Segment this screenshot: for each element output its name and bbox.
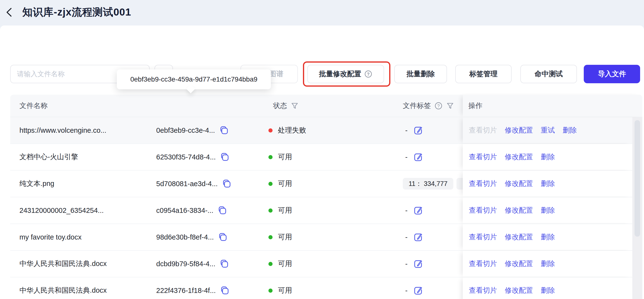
file-id-tooltip: 0ebf3eb9-cc3e-459a-9d77-e1d1c794bba9 xyxy=(117,69,271,89)
search-input[interactable] xyxy=(11,70,134,78)
file-tags-cell: - xyxy=(403,144,463,170)
copy-icon[interactable] xyxy=(220,286,229,295)
file-tags-cell: - xyxy=(403,197,463,224)
batch-modify-config-label: 批量修改配置 xyxy=(319,69,361,79)
file-tag-empty: - xyxy=(405,126,408,134)
edit-tags-icon[interactable] xyxy=(414,125,423,135)
copy-icon[interactable] xyxy=(218,232,228,242)
file-id: dcbd9b79-5f84-4... xyxy=(156,260,215,268)
file-name-cell: https://www.volcengine.co... xyxy=(10,117,147,143)
file-name-cell: 243120000002_6354254... xyxy=(10,197,147,224)
edit-tags-icon[interactable] xyxy=(414,152,423,162)
file-id-cell: 98d6e30b-f8ef-4... xyxy=(147,224,268,250)
file-name: https://www.volcengine.co... xyxy=(20,126,106,134)
file-tags-cell: - xyxy=(403,251,463,277)
file-tags-cell: - xyxy=(403,278,463,299)
edit-tags-icon[interactable] xyxy=(414,259,423,269)
action-link-查看切片[interactable]: 查看切片 xyxy=(469,125,497,135)
action-link-删除[interactable]: 删除 xyxy=(541,232,555,242)
actions-cell: 查看切片修改配置重试删除 xyxy=(463,117,632,143)
status-cell: 可用 xyxy=(268,251,403,277)
import-file-button[interactable]: 导入文件 xyxy=(584,65,640,83)
action-link-修改配置[interactable]: 修改配置 xyxy=(505,206,533,215)
action-link-删除[interactable]: 删除 xyxy=(541,259,555,269)
status-cell: 可用 xyxy=(268,144,403,170)
action-link-重试[interactable]: 重试 xyxy=(541,125,555,135)
table-row: 中华人民共和国民法典.docx 222f4376-1f18-4f... 可用 -… xyxy=(10,278,632,299)
status-label: 可用 xyxy=(278,179,292,189)
file-id: c0954a16-3834-... xyxy=(156,207,213,215)
action-link-删除[interactable]: 删除 xyxy=(541,206,555,215)
column-header-file-tags: 文件标签 ? xyxy=(403,95,454,117)
toolbar: 知识图谱 批量修改配置 ? 批量删除 标签管理 命中测试 导入文件 xyxy=(0,61,644,87)
file-name: 243120000002_6354254... xyxy=(20,207,104,215)
file-name-cell: 中华人民共和国民法典.docx xyxy=(10,278,147,299)
actions-cell: 查看切片修改配置删除 xyxy=(463,144,632,170)
action-link-修改配置[interactable]: 修改配置 xyxy=(505,152,533,162)
edit-tags-icon[interactable] xyxy=(414,286,423,295)
file-name: 纯文本.png xyxy=(20,179,54,189)
help-question-icon[interactable]: ? xyxy=(364,70,372,78)
back-button[interactable] xyxy=(4,6,16,18)
file-tag-empty: - xyxy=(405,260,408,268)
status-cell: 处理失败 xyxy=(268,117,403,143)
action-link-查看切片[interactable]: 查看切片 xyxy=(469,232,497,242)
edit-tags-icon[interactable] xyxy=(414,232,423,242)
copy-icon[interactable] xyxy=(219,259,229,269)
file-id: 62530f35-74d8-4... xyxy=(156,153,216,161)
action-link-查看切片[interactable]: 查看切片 xyxy=(469,206,497,215)
tags-help-question-icon[interactable]: ? xyxy=(434,102,442,110)
action-link-修改配置[interactable]: 修改配置 xyxy=(505,179,533,189)
copy-icon[interactable] xyxy=(217,206,227,215)
status-label: 可用 xyxy=(278,232,292,242)
status-filter-icon[interactable] xyxy=(290,102,299,110)
tags-filter-icon[interactable] xyxy=(446,102,454,110)
batch-modify-config-button[interactable]: 批量修改配置 ? xyxy=(307,65,384,83)
scrollbar-thumb[interactable] xyxy=(634,120,640,237)
file-tag-empty: - xyxy=(405,153,408,161)
copy-icon[interactable] xyxy=(220,152,229,162)
action-link-删除[interactable]: 删除 xyxy=(541,152,555,162)
file-name: 中华人民共和国民法典.docx xyxy=(20,259,107,269)
file-tag-empty: - xyxy=(405,207,408,215)
file-tag-pill-overflow xyxy=(456,178,463,190)
status-cell: 可用 xyxy=(268,278,403,299)
action-link-删除[interactable]: 删除 xyxy=(541,286,555,295)
copy-icon[interactable] xyxy=(222,179,231,189)
table-body: https://www.volcengine.co... 0ebf3eb9-cc… xyxy=(10,117,632,299)
tag-manage-button[interactable]: 标签管理 xyxy=(455,65,512,83)
chevron-left-icon xyxy=(4,7,15,17)
file-id-cell: 222f4376-1f18-4f... xyxy=(147,278,268,299)
status-dot xyxy=(268,128,272,132)
status-dot xyxy=(268,209,272,213)
copy-icon[interactable] xyxy=(219,125,228,135)
top-bar: 知识库-zjx流程测试001 xyxy=(0,0,644,24)
status-label: 可用 xyxy=(278,259,292,269)
action-link-查看切片[interactable]: 查看切片 xyxy=(469,259,497,269)
action-link-查看切片[interactable]: 查看切片 xyxy=(469,152,497,162)
status-label: 可用 xyxy=(278,286,292,295)
batch-delete-button[interactable]: 批量删除 xyxy=(394,65,447,83)
action-link-删除[interactable]: 删除 xyxy=(562,125,577,135)
file-tag-empty: - xyxy=(405,233,408,241)
status-dot xyxy=(268,289,272,293)
file-id-cell: 5d708081-ae3d-4... xyxy=(147,171,268,197)
action-link-修改配置[interactable]: 修改配置 xyxy=(505,286,533,295)
action-link-删除[interactable]: 删除 xyxy=(541,179,555,189)
file-tags-cell: - xyxy=(403,224,463,250)
action-link-查看切片[interactable]: 查看切片 xyxy=(469,179,497,189)
file-table: 文件名称 状态 文件标签 ? 操作 https xyxy=(10,95,642,299)
action-link-修改配置[interactable]: 修改配置 xyxy=(505,259,533,269)
file-id: 98d6e30b-f8ef-4... xyxy=(156,233,214,241)
file-name-cell: my favorite toy.docx xyxy=(10,224,147,250)
file-name-cell: 中华人民共和国民法典.docx xyxy=(10,251,147,277)
action-link-修改配置[interactable]: 修改配置 xyxy=(505,125,533,135)
action-link-查看切片[interactable]: 查看切片 xyxy=(469,286,497,295)
action-link-修改配置[interactable]: 修改配置 xyxy=(505,232,533,242)
actions-cell: 查看切片修改配置删除 xyxy=(463,224,632,250)
hit-test-button[interactable]: 命中测试 xyxy=(520,65,577,83)
file-id-cell: 0ebf3eb9-cc3e-4... xyxy=(147,117,268,143)
file-id: 5d708081-ae3d-4... xyxy=(156,180,218,188)
edit-tags-icon[interactable] xyxy=(414,206,423,215)
file-name-cell: 纯文本.png xyxy=(10,171,147,197)
